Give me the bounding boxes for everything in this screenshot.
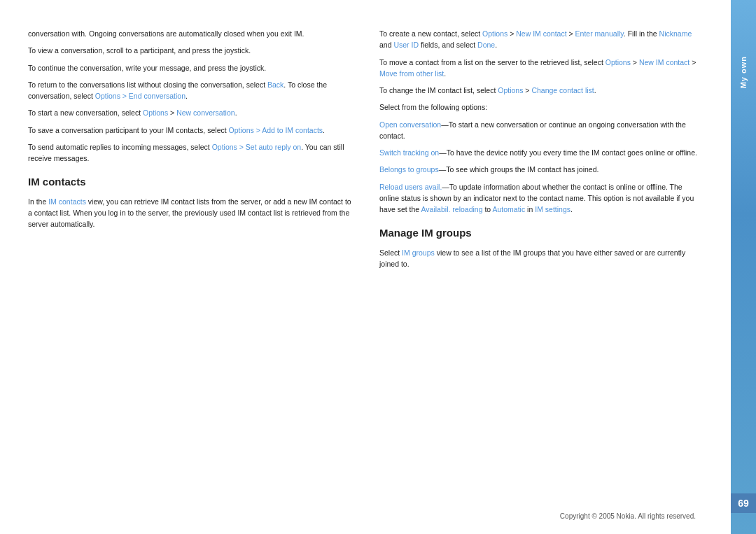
right-para-3: To change the IM contact list, select Op… bbox=[379, 85, 703, 96]
left-para-1: conversation with. Ongoing conversations… bbox=[28, 28, 351, 39]
left-column: conversation with. Ongoing conversations… bbox=[28, 28, 372, 505]
page-number: 69 bbox=[731, 493, 756, 513]
option-4: Reload users avail.—To update informatio… bbox=[379, 181, 703, 216]
main-area: conversation with. Ongoing conversations… bbox=[0, 0, 731, 534]
new-im-contact-link-2[interactable]: New IM contact bbox=[639, 58, 690, 66]
reload-users-link[interactable]: Reload users avail. bbox=[379, 183, 442, 191]
sidebar: My own 69 bbox=[731, 0, 756, 534]
option-3: Belongs to groups—To see which groups th… bbox=[379, 164, 703, 175]
left-para-2: To view a conversation, scroll to a part… bbox=[28, 45, 351, 56]
copyright-text: Copyright © 2005 Nokia. All rights reser… bbox=[0, 505, 731, 520]
enter-manually-link[interactable]: Enter manually bbox=[575, 29, 624, 38]
left-para-7: To send automatic replies to incoming me… bbox=[28, 141, 351, 164]
nickname-link[interactable]: Nickname bbox=[659, 29, 692, 38]
move-from-link[interactable]: Move from other list bbox=[379, 69, 444, 78]
columns: conversation with. Ongoing conversations… bbox=[0, 28, 731, 505]
belongs-to-groups-link[interactable]: Belongs to groups bbox=[379, 165, 439, 174]
new-conversation-link[interactable]: New conversation bbox=[176, 108, 234, 117]
option-1: Open conversation—To start a new convers… bbox=[379, 119, 703, 142]
right-para-1: To create a new contact, select Options … bbox=[379, 28, 703, 51]
im-contacts-link[interactable]: IM contacts bbox=[48, 197, 86, 206]
page: conversation with. Ongoing conversations… bbox=[0, 0, 756, 534]
manage-im-groups-heading: Manage IM groups bbox=[379, 225, 703, 241]
right-para-4: Select from the following options: bbox=[379, 101, 703, 113]
left-para-3: To continue the conversation, write your… bbox=[28, 62, 351, 73]
done-link[interactable]: Done bbox=[477, 41, 495, 49]
user-id-link[interactable]: User ID bbox=[393, 41, 419, 49]
new-im-contact-link[interactable]: New IM contact bbox=[516, 29, 566, 38]
add-to-im-link[interactable]: Options > Add to IM contacts bbox=[229, 126, 323, 134]
availabil-reloading-link[interactable]: Availabil. reloading bbox=[421, 205, 483, 213]
im-settings-link[interactable]: IM settings bbox=[535, 205, 570, 213]
back-link[interactable]: Back bbox=[267, 80, 284, 89]
left-para-6: To save a conversation participant to yo… bbox=[28, 125, 351, 136]
switch-tracking-link[interactable]: Switch tracking on bbox=[379, 148, 439, 157]
options-link-1[interactable]: Options bbox=[143, 108, 168, 117]
end-conversation-link[interactable]: Options > End conversation bbox=[95, 92, 186, 100]
im-contacts-para: In the IM contacts view, you can retriev… bbox=[28, 196, 351, 230]
options-link-4[interactable]: Options bbox=[498, 86, 523, 94]
right-column: To create a new contact, select Options … bbox=[372, 28, 703, 505]
open-conversation-link[interactable]: Open conversation bbox=[379, 120, 441, 129]
right-para-2: To move a contact from a list on the ser… bbox=[379, 57, 703, 80]
automatic-link[interactable]: Automatic bbox=[493, 205, 526, 213]
change-contact-list-link[interactable]: Change contact list bbox=[531, 86, 594, 94]
left-para-4: To return to the conversations list with… bbox=[28, 79, 351, 102]
im-contacts-heading: IM contacts bbox=[28, 174, 351, 190]
options-link-3[interactable]: Options bbox=[606, 58, 631, 66]
option-2: Switch tracking on—To have the device no… bbox=[379, 147, 703, 158]
options-link-2[interactable]: Options bbox=[482, 29, 507, 38]
left-para-5: To start a new conversation, select Opti… bbox=[28, 107, 351, 118]
im-groups-link[interactable]: IM groups bbox=[402, 248, 435, 257]
sidebar-label: My own bbox=[739, 56, 748, 88]
set-auto-reply-link[interactable]: Options > Set auto reply on bbox=[212, 143, 302, 151]
manage-im-groups-para: Select IM groups view to see a list of t… bbox=[379, 247, 703, 270]
